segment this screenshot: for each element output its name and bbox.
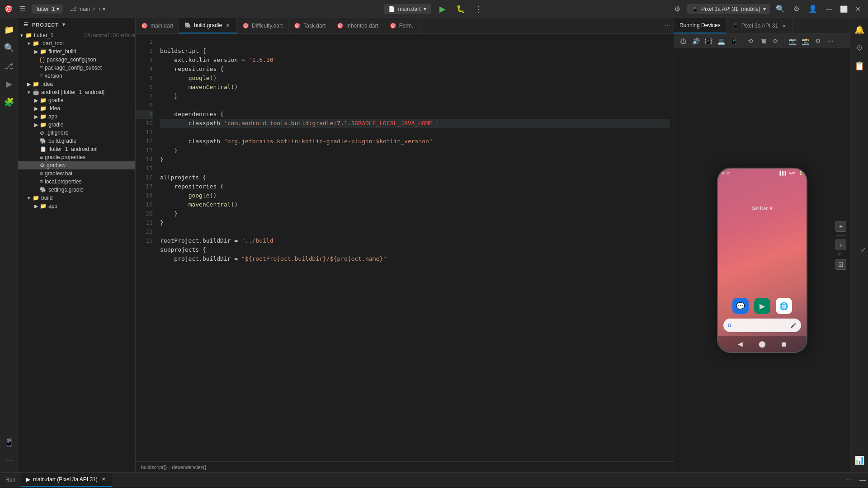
maximize-button[interactable]: ⬜ — [837, 3, 850, 15]
project-dropdown[interactable]: flutter_1 ▾ — [32, 5, 63, 14]
zoom-in-button[interactable]: + — [835, 239, 846, 250]
device-selector[interactable]: 📱 Pixel 3a API 31 (mobile) ▾ — [687, 4, 770, 14]
tabs-bar: 🎯 main.dart 🐘 build.gradle ✕ 🎯 Difficult… — [136, 18, 674, 34]
tab-inherited[interactable]: 🎯 Inherited.dart — [331, 18, 384, 33]
tree-item-build-gradle[interactable]: 🐘 build.gradle — [18, 137, 135, 145]
settings-icon[interactable]: ⚙ — [812, 36, 823, 47]
tab-close-button[interactable]: ✕ — [225, 22, 231, 28]
tree-item-gradle2[interactable]: ▶ 📁 gradle — [18, 121, 135, 129]
console-tab-close[interactable]: ✕ — [100, 476, 107, 483]
screenshot-icon[interactable]: 📸 — [800, 36, 811, 47]
power-icon[interactable]: ⏻ — [678, 36, 689, 47]
more-button[interactable]: ⋮ — [472, 4, 484, 14]
tab-icon: 🎯 — [141, 23, 148, 29]
nav-home-button[interactable]: ⬤ — [757, 338, 768, 349]
top-bar-right: ⚙ 📱 Pixel 3a API 31 (mobile) ▾ 🔍 ⚙ 👤 — ⬜… — [488, 3, 864, 15]
more-options-icon[interactable]: ⋯ — [825, 36, 836, 47]
nav-recent-button[interactable]: ◼ — [778, 338, 789, 349]
menu-button[interactable]: ☰ — [17, 4, 28, 14]
tree-item-android[interactable]: ▾ 🤖 android [flutter_1_android] — [18, 88, 135, 96]
pixel-device-tab[interactable]: 📱 Pixel 3a API 31 ✕ — [726, 18, 793, 33]
device-tab-close[interactable]: ✕ — [781, 23, 787, 29]
side-icon-3[interactable]: 📋 — [851, 58, 868, 74]
add-device-button[interactable]: + — [835, 221, 846, 232]
console-run-tab[interactable]: ▶ main.dart (Pixel 3a API 31) ✕ — [21, 473, 112, 487]
props-icon2: ≡ — [40, 178, 43, 185]
tree-item-gradlew-bat[interactable]: ≡ gradlew.bat — [18, 169, 135, 178]
tree-item-android-iml[interactable]: 📋 flutter_1_android.iml — [18, 145, 135, 153]
tree-item-package-config[interactable]: { } package_config.json — [18, 56, 135, 64]
activity-more[interactable]: ⋯ — [1, 452, 17, 469]
activity-git[interactable]: ⎇ — [1, 58, 17, 74]
pixel-tab-label: Pixel 3a API 31 — [741, 23, 778, 29]
messages-app[interactable]: 💬 — [732, 298, 749, 314]
bottom-minimize[interactable]: — — [857, 474, 868, 485]
tree-item-gradle-props[interactable]: ≡ gradle.properties — [18, 153, 135, 161]
volume-icon[interactable]: 🔊 — [690, 36, 701, 47]
tab-task[interactable]: 🎯 Task.dart — [288, 18, 331, 33]
recent-icon[interactable]: ⟳ — [770, 36, 781, 47]
device-name: Pixel 3a API 31 — [701, 6, 738, 12]
tab-form[interactable]: 🎯 Form. — [384, 18, 420, 33]
tree-item-idea[interactable]: ▶ 📁 .idea — [18, 80, 135, 88]
side-icon-2[interactable]: ⚙ — [851, 40, 868, 56]
search-button[interactable]: 🔍 — [774, 3, 787, 15]
tree-item-idea2[interactable]: ▶ 📁 .idea — [18, 104, 135, 113]
screen-icon[interactable]: 💻 — [716, 36, 726, 47]
tab-main-dart[interactable]: 🎯 main.dart — [136, 18, 179, 33]
run-tab[interactable]: Run — [0, 473, 21, 487]
vibrate-icon[interactable]: 📳 — [703, 36, 714, 47]
translate-icon[interactable]: ⚙ — [671, 3, 684, 15]
camera-icon[interactable]: 📷 — [787, 36, 798, 47]
tree-item-label: app — [48, 203, 135, 209]
play-icon: ▶ — [760, 302, 765, 310]
side-icon-4[interactable]: 📊 — [851, 452, 868, 469]
tree-item-build[interactable]: ▾ 📁 build — [18, 194, 135, 202]
zoom-out-button[interactable]: ⊡ — [835, 259, 846, 270]
breadcrumb-item-1[interactable]: buildscript{} — [141, 465, 167, 470]
bat-icon: ≡ — [40, 170, 43, 177]
tree-item-gitignore[interactable]: ⊘ .gitignore — [18, 129, 135, 137]
nav-back-button[interactable]: ◀ — [735, 338, 746, 349]
activity-search[interactable]: 🔍 — [1, 40, 17, 56]
tree-item-dart-tool[interactable]: ▾ 📁 .dart_tool — [18, 39, 135, 47]
minimize-button[interactable]: — — [823, 3, 835, 15]
device-file-selector[interactable]: 📄 main.dart ▾ — [384, 4, 430, 14]
tree-item-app[interactable]: ▶ 📁 app — [18, 113, 135, 121]
tree-item-settings-gradle[interactable]: 🐘 settings.gradle — [18, 186, 135, 194]
tabs-overflow-button[interactable]: ⋯ — [661, 18, 674, 33]
settings-button[interactable]: ⚙ — [790, 3, 803, 15]
tree-item-local-props[interactable]: ≡ local.properties — [18, 178, 135, 186]
tree-item-gradle[interactable]: ▶ 📁 gradle — [18, 96, 135, 104]
close-button[interactable]: ✕ — [852, 3, 864, 15]
phone-search-bar[interactable]: G 🎤 — [723, 319, 801, 332]
tree-item-app2[interactable]: ▶ 📁 app — [18, 202, 135, 210]
tree-item-version[interactable]: ≡ version — [18, 72, 135, 80]
play-store-app[interactable]: ▶ — [754, 298, 770, 314]
home-icon[interactable]: ▣ — [758, 36, 769, 47]
tree-item-flutter-build[interactable]: ▶ 📁 flutter_build — [18, 47, 135, 56]
tree-item-package-config-subset[interactable]: ≡ package_config_subset — [18, 64, 135, 72]
activity-files[interactable]: 📁 — [1, 22, 17, 38]
tree-item-gradlew[interactable]: ⚙ gradlew — [18, 161, 135, 169]
bottom-more-options[interactable]: ⋯ — [844, 474, 855, 485]
account-button[interactable]: 👤 — [807, 3, 819, 15]
code-editor[interactable]: 12345 678910 1112131415 1617181920 21222… — [136, 34, 674, 461]
tree-item-flutter1[interactable]: ▾ 📁 flutter_1 C:\Users\pa717\OneDrive — [18, 31, 135, 39]
activity-extensions[interactable]: 🧩 — [1, 94, 17, 110]
chrome-app[interactable]: 🌐 — [776, 298, 792, 314]
debug-button[interactable]: 🐛 — [454, 3, 467, 15]
tab-label: build.gradle — [194, 22, 222, 28]
tab-difficulty[interactable]: 🎯 Difficulty.dart — [237, 18, 288, 33]
run-button[interactable]: ▶ — [436, 3, 449, 15]
notifications-icon[interactable]: 🔔 — [851, 22, 868, 38]
activity-device[interactable]: 📱 — [1, 434, 17, 450]
rotate-icon[interactable]: 📱 — [728, 36, 739, 47]
activity-run[interactable]: ▶ — [1, 76, 17, 92]
breadcrumb-item-2[interactable]: dependencies{} — [172, 465, 207, 470]
back-icon[interactable]: ⟲ — [745, 36, 756, 47]
tab-build-gradle[interactable]: 🐘 build.gradle ✕ — [179, 18, 237, 33]
running-devices-tab[interactable]: Running Devices — [674, 18, 726, 33]
branch-selector[interactable]: ⎇ main ✓ ↑ ▾ — [66, 5, 109, 14]
file-tree-header[interactable]: ☰ Project ▾ — [18, 18, 135, 31]
